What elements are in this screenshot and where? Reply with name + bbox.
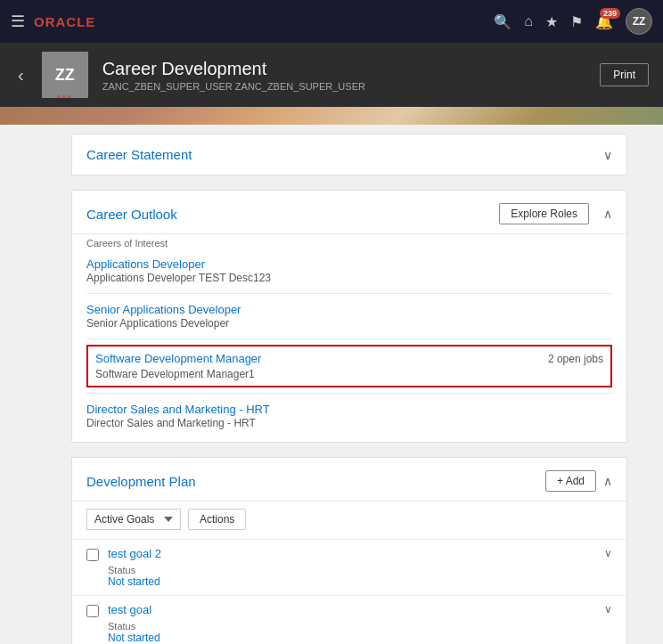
hamburger-menu[interactable]: ☰ [11, 12, 25, 31]
career-item-software-dev-manager: Software Development Manager 2 open jobs… [86, 345, 612, 387]
page-title: Career Development [102, 59, 586, 79]
goal-1-link[interactable]: test goal 2 [108, 547, 595, 560]
explore-roles-button[interactable]: Explore Roles [499, 203, 589, 224]
user-avatar-box: ZZ ••• [42, 52, 88, 98]
goal-2-details: Status Not started [108, 621, 612, 644]
print-button[interactable]: Print [600, 63, 649, 86]
goal-2-status-label: Status [108, 621, 612, 632]
user-avatar[interactable]: ZZ [626, 8, 652, 35]
main-content: Career Statement ∨ Career Outlook Explor… [0, 125, 663, 644]
goal-2-checkbox[interactable] [86, 605, 99, 617]
career-divider-1 [86, 293, 612, 294]
career-item-director-sales: Director Sales and Marketing - HRT Direc… [72, 399, 626, 433]
goal-2-link[interactable]: test goal [108, 603, 595, 616]
director-sales-desc: Director Sales and Marketing - HRT [86, 417, 612, 429]
goals-dropdown[interactable]: Active Goals [86, 509, 181, 530]
goal-2-expand-icon[interactable]: ∨ [604, 603, 612, 615]
star-icon[interactable]: ★ [545, 13, 558, 30]
add-button[interactable]: + Add [545, 470, 596, 492]
career-divider-3 [86, 393, 612, 394]
career-outlook-header: Career Outlook Explore Roles ∧ [72, 191, 626, 233]
applications-developer-link[interactable]: Applications Developer [86, 257, 205, 271]
open-jobs-badge: 2 open jobs [548, 353, 603, 365]
goal-1-expand-icon[interactable]: ∨ [604, 547, 612, 559]
title-area: Career Development ZANC_ZBEN_SUPER_USER … [102, 59, 586, 92]
careers-of-interest-label: Careers of Interest [72, 234, 626, 254]
notification-icon[interactable]: 🔔 239 [595, 13, 613, 30]
notification-badge: 239 [600, 8, 620, 19]
top-navigation: ☰ ORACLE 🔍 ⌂ ★ ⚑ 🔔 239 ZZ [0, 0, 663, 43]
career-outlook-chevron[interactable]: ∧ [603, 207, 612, 221]
home-icon[interactable]: ⌂ [524, 13, 533, 29]
applications-developer-desc: Applications Developer TEST Desc123 [86, 272, 612, 284]
page-header: ‹ ZZ ••• Career Development ZANC_ZBEN_SU… [0, 43, 663, 107]
development-plan-section: Development Plan + Add ∧ Active Goals Ac… [71, 457, 627, 644]
dev-plan-toolbar: Active Goals Actions [72, 501, 626, 539]
goal-row-2: test goal ∨ Status Not started [72, 595, 626, 644]
software-dev-manager-link[interactable]: Software Development Manager [95, 352, 261, 365]
senior-applications-developer-link[interactable]: Senior Applications Developer [86, 303, 241, 316]
career-outlook-section: Career Outlook Explore Roles ∧ Careers o… [71, 190, 627, 443]
career-item-applications-developer: Applications Developer Applications Deve… [72, 254, 626, 288]
development-plan-header-right: + Add ∧ [545, 470, 612, 492]
goal-1-status-value: Not started [108, 575, 612, 588]
career-statement-title: Career Statement [86, 147, 192, 162]
director-sales-link[interactable]: Director Sales and Marketing - HRT [86, 403, 270, 416]
oracle-logo: ORACLE [34, 14, 95, 29]
flag-icon[interactable]: ⚑ [570, 13, 583, 30]
goal-1-status-label: Status [108, 565, 612, 575]
career-statement-header[interactable]: Career Statement ∨ [72, 135, 626, 175]
goal-1-checkbox[interactable] [86, 549, 99, 561]
career-item-senior-applications-developer: Senior Applications Developer Senior App… [72, 299, 626, 333]
back-button[interactable]: ‹ [14, 61, 28, 89]
search-icon[interactable]: 🔍 [494, 13, 512, 30]
software-dev-manager-row: Software Development Manager 2 open jobs [95, 352, 603, 365]
development-plan-header: Development Plan + Add ∧ [72, 458, 626, 501]
career-divider-2 [86, 338, 612, 339]
software-dev-manager-desc: Software Development Manager1 [95, 368, 603, 380]
goal-row-1: test goal 2 ∨ Status Not started [72, 539, 626, 595]
career-outlook-title: Career Outlook [86, 207, 177, 222]
career-statement-chevron: ∨ [603, 148, 612, 162]
nav-icons: 🔍 ⌂ ★ ⚑ 🔔 239 ZZ [494, 8, 652, 35]
actions-button[interactable]: Actions [188, 509, 246, 530]
career-statement-section: Career Statement ∨ [71, 134, 627, 175]
background-strip [0, 107, 663, 125]
development-plan-title: Development Plan [86, 474, 196, 489]
goal-2-status-value: Not started [108, 632, 612, 644]
goal-1-details: Status Not started [108, 565, 612, 588]
avatar-dots: ••• [42, 92, 88, 102]
page-subtitle: ZANC_ZBEN_SUPER_USER ZANC_ZBEN_SUPER_USE… [102, 81, 586, 92]
senior-applications-developer-desc: Senior Applications Developer [86, 317, 612, 330]
development-plan-chevron[interactable]: ∧ [603, 474, 612, 488]
